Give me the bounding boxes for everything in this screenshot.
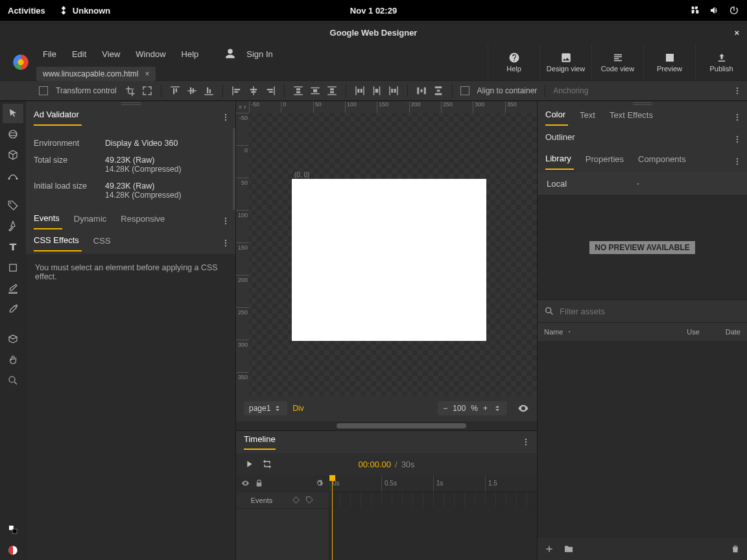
dist-h-right-icon[interactable] <box>388 85 399 97</box>
panel-menu-icon[interactable] <box>221 216 230 226</box>
tab-ad-validator[interactable]: Ad Validator <box>34 110 82 126</box>
preview-button[interactable]: Preview <box>643 44 695 80</box>
col-date[interactable]: Date <box>726 328 741 336</box>
zoom-out-button[interactable]: − <box>443 404 447 413</box>
tab-library[interactable]: Library <box>545 154 574 170</box>
dist-v-center-icon[interactable] <box>309 85 321 97</box>
eye-icon[interactable] <box>241 479 250 487</box>
text-tool[interactable] <box>3 237 23 257</box>
tab-dynamic[interactable]: Dynamic <box>74 214 110 229</box>
design-view-button[interactable]: Design view <box>540 44 591 80</box>
dist-h-left-icon[interactable] <box>354 85 366 97</box>
col-use[interactable]: Use <box>687 328 700 336</box>
fit-icon[interactable] <box>141 85 153 97</box>
menu-file[interactable]: File <box>36 47 63 62</box>
panel-drag-handle[interactable] <box>538 101 747 106</box>
panel-menu-icon[interactable] <box>733 135 742 144</box>
tab-timeline[interactable]: Timeline <box>244 434 276 450</box>
code-view-button[interactable]: Code view <box>591 44 643 80</box>
menu-view[interactable]: View <box>95 47 126 62</box>
panel-menu-icon[interactable] <box>733 157 742 166</box>
publish-button[interactable]: Publish <box>695 44 747 80</box>
align-top-icon[interactable] <box>169 85 181 97</box>
transform-checkbox[interactable] <box>39 86 48 95</box>
shape-tool[interactable] <box>3 258 23 277</box>
panel-menu-icon[interactable] <box>521 438 530 447</box>
tab-components[interactable]: Components <box>638 154 689 169</box>
3d-tool[interactable] <box>3 329 23 349</box>
panel-drag-handle[interactable] <box>26 101 235 106</box>
stage[interactable]: X Y -50050100150200250300350 -5005010015… <box>236 101 537 395</box>
space-h-icon[interactable] <box>416 85 427 97</box>
add-icon[interactable] <box>544 544 554 554</box>
align-bottom-icon[interactable] <box>203 85 215 97</box>
dist-v-bottom-icon[interactable] <box>326 85 338 97</box>
loop-icon[interactable] <box>262 459 272 469</box>
element-tool[interactable] <box>3 145 23 165</box>
dist-v-top-icon[interactable] <box>292 85 304 97</box>
col-name[interactable]: Name <box>544 328 661 336</box>
play-icon[interactable] <box>244 459 254 469</box>
zoom-tool[interactable] <box>3 371 23 390</box>
panel-menu-icon[interactable] <box>733 113 742 122</box>
canvas-page[interactable] <box>292 179 486 341</box>
options-more-icon[interactable] <box>733 86 742 95</box>
align-right-icon[interactable] <box>265 85 276 97</box>
page-selector[interactable]: page1 <box>244 401 287 415</box>
hand-tool[interactable] <box>3 350 23 369</box>
align-left-icon[interactable] <box>231 85 243 97</box>
dist-h-center-icon[interactable] <box>371 85 383 97</box>
align-container-checkbox[interactable] <box>460 86 469 95</box>
network-icon[interactable] <box>690 5 700 16</box>
align-hcenter-icon[interactable] <box>248 85 259 97</box>
tab-close-icon[interactable]: × <box>145 69 149 78</box>
selection-tool[interactable] <box>3 104 23 123</box>
tab-color[interactable]: Color <box>545 110 568 126</box>
crop-icon[interactable] <box>124 85 136 97</box>
tab-css-effects[interactable]: CSS Effects <box>34 235 82 251</box>
trash-icon[interactable] <box>730 544 741 554</box>
tab-outliner[interactable]: Outliner <box>545 132 578 147</box>
tab-events[interactable]: Events <box>34 213 62 229</box>
horizontal-scrollbar[interactable] <box>236 421 537 430</box>
menu-window[interactable]: Window <box>129 47 172 62</box>
zoom-value[interactable]: 100 <box>453 404 466 413</box>
eyedropper-tool[interactable] <box>3 299 23 319</box>
filter-assets-input[interactable] <box>560 307 741 316</box>
tab-properties[interactable]: Properties <box>586 154 626 169</box>
color-swatch[interactable] <box>3 541 23 560</box>
timeline-ruler[interactable]: 0s0.5s1s1.5 <box>329 475 537 492</box>
lock-icon[interactable] <box>255 479 263 487</box>
document-tab[interactable]: www.linuxcapable.com.html × <box>36 67 156 81</box>
panel-menu-icon[interactable] <box>221 113 230 122</box>
power-icon[interactable] <box>729 5 739 16</box>
close-icon[interactable]: × <box>734 28 739 38</box>
tag-tool[interactable] <box>3 196 23 215</box>
space-v-icon[interactable] <box>433 85 444 97</box>
tab-text[interactable]: Text <box>580 110 598 125</box>
panel-menu-icon[interactable] <box>221 239 230 248</box>
align-vcenter-icon[interactable] <box>186 85 198 97</box>
folder-icon[interactable] <box>563 544 574 554</box>
gear-icon[interactable] <box>315 479 324 487</box>
tab-text-effects[interactable]: Text Effects <box>610 110 656 125</box>
swap-colors[interactable] <box>3 520 23 539</box>
playhead[interactable] <box>332 475 333 560</box>
tab-responsive[interactable]: Responsive <box>121 214 167 229</box>
tab-css[interactable]: CSS <box>93 236 113 251</box>
help-button[interactable]: Help <box>488 44 540 80</box>
motion-path-tool[interactable] <box>3 166 23 185</box>
menu-edit[interactable]: Edit <box>65 47 93 62</box>
library-scope-select[interactable]: Local <box>538 172 747 196</box>
paint-tool[interactable] <box>3 279 23 298</box>
label-icon[interactable] <box>305 496 314 504</box>
clock[interactable]: Nov 1 02:29 <box>350 6 397 16</box>
sign-in-button[interactable]: Sign In <box>218 44 285 64</box>
visibility-icon[interactable] <box>517 402 529 414</box>
zoom-in-button[interactable]: + <box>483 404 488 413</box>
activities-button[interactable]: Activities <box>8 6 45 16</box>
3d-rotate-tool[interactable] <box>3 124 23 144</box>
keyframe-icon[interactable] <box>292 496 300 504</box>
menu-help[interactable]: Help <box>175 47 206 62</box>
timeline-track[interactable] <box>329 492 537 508</box>
